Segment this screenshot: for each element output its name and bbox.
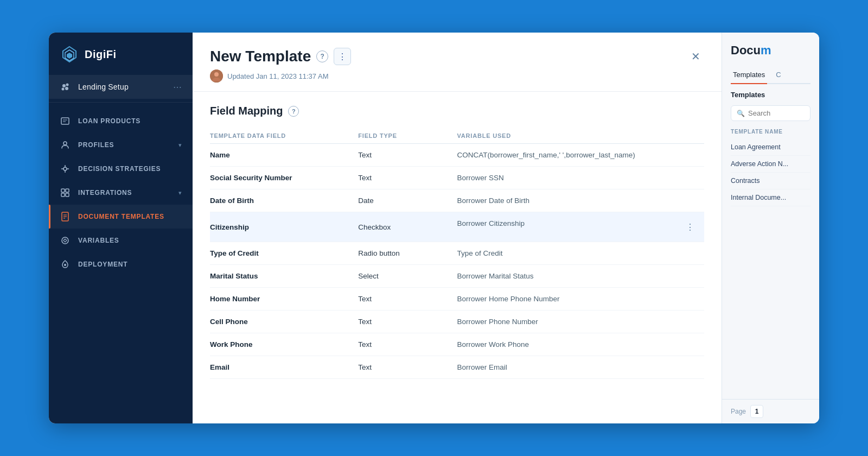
cell-field-name: Work Phone <box>210 333 358 356</box>
cell-field-name: Cell Phone <box>210 311 358 333</box>
cell-field-type: Text <box>358 356 457 379</box>
app-name: DigiFi <box>85 48 117 61</box>
variables-label: Variables <box>78 237 182 244</box>
tab-templates[interactable]: Templates <box>731 66 767 84</box>
cell-variable: CONCAT(borrower_first_name,' ',borrower_… <box>457 144 704 167</box>
right-panel-tabs: Templates C <box>731 66 810 84</box>
cell-field-type: Select <box>358 265 457 288</box>
decision-strategies-icon <box>60 163 71 174</box>
sidebar-item-document-templates[interactable]: Document Templates <box>49 205 193 229</box>
cell-variable: Borrower Phone Number <box>457 311 704 333</box>
svg-point-10 <box>63 142 67 145</box>
table-body: NameTextCONCAT(borrower_first_name,' ',b… <box>210 144 704 379</box>
modal-menu-button[interactable]: ⋮ <box>334 48 351 65</box>
table-row: EmailTextBorrower Email <box>210 356 704 379</box>
template-list-item[interactable]: Contracts <box>731 173 810 189</box>
close-button[interactable]: ✕ <box>687 48 704 65</box>
sidebar: DigiFi Lending Setup ⋯ <box>49 33 193 423</box>
cell-variable: Borrower SSN <box>457 167 704 189</box>
modal-title-area: New Template ? ⋮ Updated Jan 11, 20 <box>210 48 351 83</box>
sidebar-item-loan-products[interactable]: Loan Products <box>49 109 193 133</box>
template-list: Loan AgreementAdverse Action N...Contrac… <box>731 139 810 206</box>
right-panel-footer: Page 1 <box>722 399 819 423</box>
decision-strategies-label: Decision Strategies <box>78 165 182 173</box>
field-mapping-help-icon[interactable]: ? <box>288 106 299 117</box>
modal-title: New Template <box>210 48 311 65</box>
template-list-item[interactable]: Adverse Action N... <box>731 156 810 173</box>
cell-field-name: Home Number <box>210 288 358 311</box>
cell-field-name: Name <box>210 144 358 167</box>
tab-c[interactable]: C <box>774 66 783 84</box>
template-list-item[interactable]: Loan Agreement <box>731 139 810 156</box>
svg-rect-18 <box>61 193 65 197</box>
updated-text: Updated Jan 11, 2023 11:37 AM <box>227 72 328 80</box>
sidebar-nav: Loan Products Profiles ▾ <box>49 106 193 280</box>
sidebar-item-lending-setup[interactable]: Lending Setup ⋯ <box>49 75 193 99</box>
search-icon: 🔍 <box>737 110 745 117</box>
cell-field-type: Text <box>358 333 457 356</box>
cell-variable: Borrower Home Phone Number <box>457 288 704 311</box>
digifi-logo-icon <box>60 45 79 64</box>
cell-field-name: Social Security Number <box>210 167 358 189</box>
svg-point-24 <box>62 237 68 244</box>
template-list-item[interactable]: Internal Docume... <box>731 189 810 206</box>
cell-field-type: Text <box>358 144 457 167</box>
right-panel-body: Templates 🔍 Template Name Loan Agreement… <box>722 84 819 399</box>
table-row: CitizenshipCheckboxBorrower Citizenship⋮ <box>210 212 704 242</box>
svg-rect-17 <box>66 189 69 192</box>
sidebar-item-integrations[interactable]: Integrations ▾ <box>49 181 193 205</box>
field-mapping-area: Field Mapping ? Template Data Field Fiel… <box>193 92 722 423</box>
modal-title-help-icon[interactable]: ? <box>316 50 328 62</box>
svg-rect-19 <box>66 193 69 197</box>
table-row: Home NumberTextBorrower Home Phone Numbe… <box>210 288 704 311</box>
integrations-chevron-icon: ▾ <box>178 189 182 197</box>
cell-variable: Type of Credit <box>457 242 704 265</box>
sidebar-item-profiles[interactable]: Profiles ▾ <box>49 133 193 157</box>
svg-point-25 <box>64 264 66 266</box>
table-row: Social Security NumberTextBorrower SSN <box>210 167 704 189</box>
profiles-icon <box>60 140 71 150</box>
cell-field-name: Date of Birth <box>210 189 358 212</box>
page-number[interactable]: 1 <box>750 405 763 418</box>
field-mapping-title: Field Mapping ? <box>210 105 704 117</box>
table-header: Template Data Field Field Type Variable … <box>210 128 704 144</box>
table-row: Work PhoneTextBorrower Work Phone <box>210 333 704 356</box>
mapping-table: Template Data Field Field Type Variable … <box>210 128 704 379</box>
cell-variable: Borrower Citizenship⋮ <box>457 212 704 242</box>
sidebar-item-variables[interactable]: Variables <box>49 229 193 252</box>
cell-field-name: Marital Status <box>210 265 358 288</box>
row-menu-button[interactable]: ⋮ <box>682 219 698 235</box>
svg-point-3 <box>62 84 66 87</box>
loan-products-label: Loan Products <box>78 117 182 125</box>
user-avatar <box>210 69 223 83</box>
svg-point-27 <box>214 72 219 77</box>
cell-field-type: Text <box>358 167 457 189</box>
svg-point-5 <box>62 88 65 91</box>
lending-setup-menu-icon[interactable]: ⋯ <box>173 82 182 92</box>
cell-field-name: Citizenship <box>210 212 358 242</box>
cell-field-type: Date <box>358 189 457 212</box>
modal-updated: Updated Jan 11, 2023 11:37 AM <box>210 69 351 83</box>
search-input[interactable] <box>748 109 805 117</box>
cell-field-type: Text <box>358 311 457 333</box>
sidebar-item-deployment[interactable]: Deployment <box>49 252 193 276</box>
modal-panel: New Template ? ⋮ Updated Jan 11, 20 <box>193 33 722 423</box>
svg-point-4 <box>66 84 69 86</box>
svg-rect-7 <box>61 118 69 124</box>
col-header-field: Template Data Field <box>210 128 358 144</box>
right-panel-header: Docum Templates C <box>722 33 819 84</box>
right-panel-title: Docum <box>731 43 810 58</box>
right-panel: Docum Templates C Templates 🔍 Template N… <box>722 33 819 423</box>
svg-rect-16 <box>61 189 65 192</box>
sidebar-item-decision-strategies[interactable]: Decision Strategies <box>49 157 193 181</box>
deployment-icon <box>60 259 71 270</box>
profiles-chevron-icon: ▾ <box>178 142 182 149</box>
col-header-variable: Variable Used <box>457 128 704 144</box>
profiles-label: Profiles <box>78 141 171 149</box>
right-panel-section-title: Templates <box>731 91 810 99</box>
cell-variable: Borrower Work Phone <box>457 333 704 356</box>
integrations-icon <box>60 187 71 198</box>
page-label: Page <box>731 408 746 415</box>
cell-field-type: Text <box>358 288 457 311</box>
main-area: New Template ? ⋮ Updated Jan 11, 20 <box>193 33 819 423</box>
